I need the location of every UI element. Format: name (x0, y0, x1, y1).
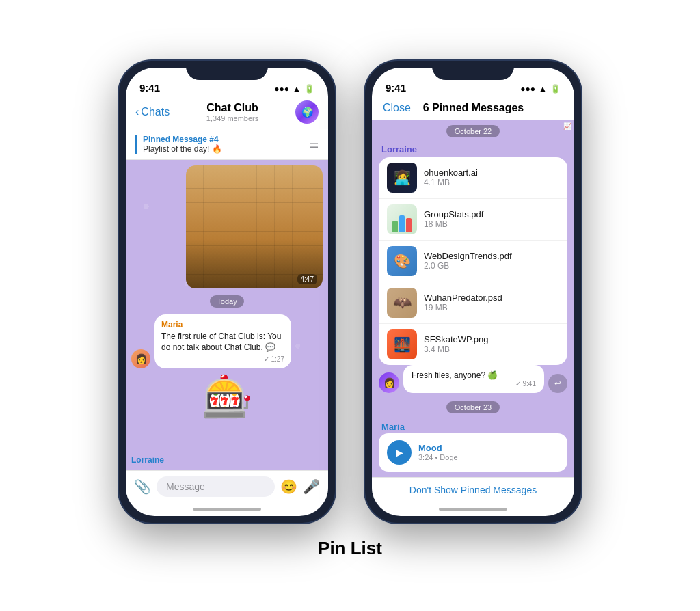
file-item-pdf-design[interactable]: 🎨 WebDesignTrends.pdf 2.0 GB (379, 241, 567, 282)
phone-2-inner: 9:41 ●●● ▲ 🔋 Close 6 Pinned Messages Oct… (372, 68, 574, 516)
back-button[interactable]: ‹ Chats (135, 106, 170, 118)
pin-list-nav: Close 6 Pinned Messages (372, 98, 574, 120)
maria-message-row: 👩 Maria The first rule of Chat Club is: … (131, 314, 323, 369)
input-bar: 📎 Message 😊 🎤 (126, 470, 328, 502)
members-count: 1,349 members (206, 114, 258, 122)
phones-container: 9:41 ●●● ▲ 🔋 ‹ Chats Chat Club 1,349 mem… (104, 39, 596, 531)
chat-avatar[interactable]: 🌍 (295, 100, 319, 124)
fresh-message-time: ✓ 9:41 (412, 380, 536, 388)
attachment-icon[interactable]: 📎 (134, 478, 151, 495)
date-badge-oct23: October 23 (446, 401, 500, 413)
file-name-pdf-design: WebDesignTrends.pdf (424, 251, 559, 261)
ai-file-icon: 👩‍💻 (394, 169, 411, 186)
file-name-psd: WuhanPredator.psd (424, 293, 559, 303)
file-info-ai: ohuenkoart.ai 4.1 MB (424, 167, 559, 187)
home-bar-1 (193, 508, 261, 511)
mood-card[interactable]: ▶ Mood 3:24 • Doge (379, 433, 567, 472)
mood-subtitle: 3:24 • Doge (418, 453, 458, 461)
maria-message-text: The first rule of Chat Club is: You do n… (161, 331, 284, 354)
status-icons-2: ●●● ▲ 🔋 (520, 84, 561, 94)
fresh-message-row: 👩 Fresh files, anyone? 🍏 ✓ 9:41 ↩ (379, 365, 567, 393)
file-item-psd[interactable]: 🦇 WuhanPredator.psd 19 MB (379, 282, 567, 324)
date-badge-oct22: October 22 (446, 125, 500, 137)
chevron-left-icon: ‹ (135, 106, 139, 118)
lorraine-typing-label: Lorraine (131, 455, 323, 465)
fresh-message-text: Fresh files, anyone? 🍏 (412, 370, 536, 380)
pin-bottom-bar: Don't Show Pinned Messages (372, 477, 574, 502)
wifi-icon-2: ▲ (539, 84, 547, 94)
date-badge-today: Today (210, 295, 243, 308)
chat-content: 4:47 Today 👩 Maria The first rule of Cha… (126, 160, 328, 470)
file-info-pdf-stats: GroupStats.pdf 18 MB (424, 209, 559, 229)
notch-1 (186, 61, 268, 80)
file-info-pdf-design: WebDesignTrends.pdf 2.0 GB (424, 251, 559, 271)
file-name-pdf-stats: GroupStats.pdf (424, 209, 559, 219)
signal-icon-2: ●●● (520, 84, 535, 94)
chat-title-group: Chat Club 1,349 members (206, 102, 258, 122)
phone-1-inner: 9:41 ●●● ▲ 🔋 ‹ Chats Chat Club 1,349 mem… (126, 68, 328, 516)
page-title: Pin List (318, 538, 382, 559)
close-button[interactable]: Close (383, 102, 411, 114)
maria-message-bubble: Maria The first rule of Chat Club is: Yo… (154, 314, 291, 369)
files-card: 👩‍💻 ohuenkoart.ai 4.1 MB (379, 157, 567, 365)
unpin-icon[interactable]: ⚌ (309, 137, 319, 150)
png-icon: 🌉 (394, 336, 411, 353)
home-bar-2 (439, 508, 507, 511)
image-message: 4:47 (186, 165, 323, 288)
file-thumb-pdf-design: 🎨 (387, 246, 417, 276)
file-item-png[interactable]: 🌉 SFSkateWP.png 3.4 MB (379, 324, 567, 365)
message-input[interactable]: Message (157, 476, 275, 497)
mic-icon[interactable]: 🎤 (303, 478, 320, 495)
battery-icon-1: 🔋 (304, 84, 314, 94)
pinned-text: Playlist of the day! 🔥 (143, 144, 222, 154)
pin-list-area: October 22 Lorraine 👩‍💻 ohuenkoart.ai 4.… (372, 120, 574, 477)
pin-list-title: 6 Pinned Messages (423, 102, 524, 114)
file-size-psd: 19 MB (424, 303, 559, 312)
file-name-png: SFSkateWP.png (424, 334, 559, 344)
chats-label[interactable]: Chats (141, 106, 170, 118)
wifi-icon-1: ▲ (293, 84, 301, 94)
maria-message-time: ✓ 1:27 (161, 355, 284, 363)
phone-2: 9:41 ●●● ▲ 🔋 Close 6 Pinned Messages Oct… (364, 59, 582, 524)
file-info-psd: WuhanPredator.psd 19 MB (424, 293, 559, 312)
lorraine-avatar-pin: 👩 (379, 372, 399, 393)
sender-maria-pin: Maria (372, 418, 574, 433)
pinned-content: Pinned Message #4 Playlist of the day! 🔥 (135, 135, 222, 154)
file-thumb-psd: 🦇 (387, 288, 417, 318)
file-item-ai[interactable]: 👩‍💻 ohuenkoart.ai 4.1 MB (379, 157, 567, 199)
file-item-pdf-stats[interactable]: 📈 GroupStats.pdf 18 MB (379, 199, 567, 241)
signal-icon-1: ●●● (274, 84, 289, 94)
sender-lorraine: Lorraine (372, 141, 574, 157)
psd-icon: 🦇 (393, 294, 412, 312)
home-indicator-1 (126, 502, 328, 516)
image-time: 4:47 (297, 274, 317, 284)
file-thumb-pdf-stats: 📈 (387, 204, 417, 234)
status-time-1: 9:41 (139, 82, 160, 94)
file-size-png: 3.4 MB (424, 344, 559, 354)
file-size-pdf-stats: 18 MB (424, 219, 559, 229)
phone-1: 9:41 ●●● ▲ 🔋 ‹ Chats Chat Club 1,349 mem… (118, 59, 336, 524)
pinned-title: Pinned Message #4 (143, 135, 222, 144)
file-thumb-ai: 👩‍💻 (387, 163, 417, 193)
emoji-icon[interactable]: 😊 (280, 478, 297, 495)
file-info-png: SFSkateWP.png 3.4 MB (424, 334, 559, 354)
mood-info: Mood 3:24 • Doge (418, 443, 458, 461)
pinned-bar[interactable]: Pinned Message #4 Playlist of the day! 🔥… (126, 129, 328, 160)
reply-button[interactable]: ↩ (548, 374, 567, 393)
notch-2 (432, 61, 514, 80)
pdf-design-icon: 🎨 (394, 253, 411, 269)
play-button[interactable]: ▶ (387, 440, 412, 465)
maria-sender-name: Maria (161, 320, 284, 329)
battery-icon-2: 🔋 (550, 84, 561, 94)
nav-bar-1: ‹ Chats Chat Club 1,349 members 🌍 (126, 98, 328, 129)
status-time-2: 9:41 (386, 82, 406, 94)
home-indicator-2 (372, 502, 574, 516)
building-image (186, 165, 323, 288)
file-size-ai: 4.1 MB (424, 178, 559, 187)
slot-machine-emoji: 🎰 (202, 372, 253, 421)
chat-area: 4:47 Today 👩 Maria The first rule of Cha… (126, 160, 328, 470)
dont-show-pinned-button[interactable]: Don't Show Pinned Messages (372, 478, 574, 502)
fresh-message-bubble: Fresh files, anyone? 🍏 ✓ 9:41 (403, 365, 544, 393)
file-size-pdf-design: 2.0 GB (424, 261, 559, 271)
mood-title: Mood (418, 443, 458, 453)
